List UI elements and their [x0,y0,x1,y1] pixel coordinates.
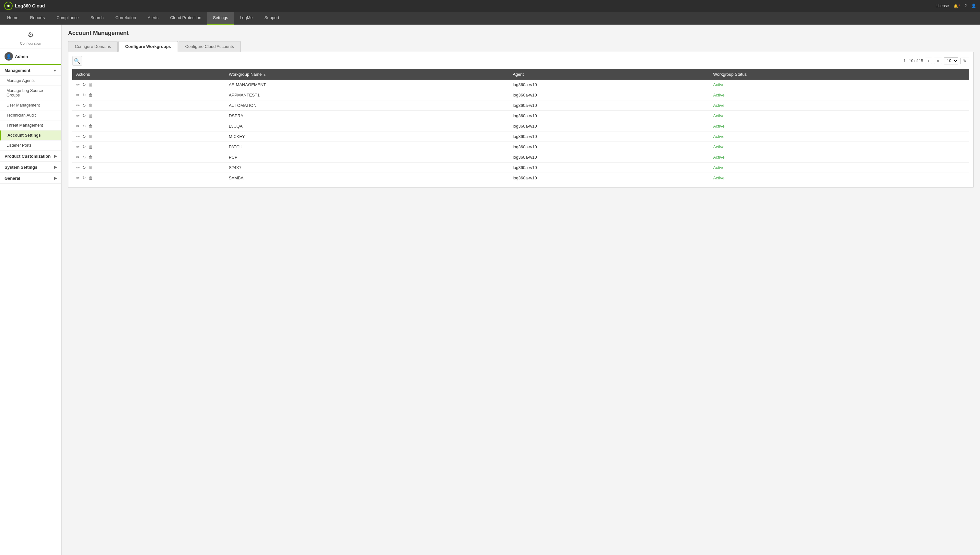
sidebar-section-header-management[interactable]: Management▼ [0,65,61,76]
logo-text: Log360 Cloud [15,3,45,8]
workgroup-name-cell-7: PCP [225,152,509,162]
license-link[interactable]: License [936,3,949,8]
refresh-icon-1[interactable]: ↻ [82,93,86,98]
agent-cell-3: log360a-w10 [509,111,709,121]
edit-icon-1[interactable]: ✏ [76,93,80,98]
actions-cell-1: ✏ ↻ 🗑 [72,90,225,100]
sidebar-item-manage-log-source-groups[interactable]: Manage Log Source Groups [0,86,61,100]
sidebar-section-header-general[interactable]: General▶ [0,173,61,184]
nav-item-compliance[interactable]: Compliance [51,12,85,25]
sidebar-item-manage-agents[interactable]: Manage Agents [0,76,61,86]
delete-icon-8[interactable]: 🗑 [89,165,93,170]
action-icons: ✏ ↻ 🗑 [76,165,221,170]
delete-icon-4[interactable]: 🗑 [89,124,93,128]
status-badge: Active [713,93,724,98]
delete-icon-5[interactable]: 🗑 [89,134,93,139]
sidebar-item-account-settings[interactable]: Account Settings [0,130,61,141]
sidebar-item-threat-management[interactable]: Threat Management [0,120,61,130]
tab-configure-domains[interactable]: Configure Domains [68,41,117,52]
refresh-icon-3[interactable]: ↻ [82,113,86,118]
workgroup-name-cell-6: PATCH [225,142,509,152]
edit-icon-0[interactable]: ✏ [76,82,80,87]
delete-icon-7[interactable]: 🗑 [89,155,93,160]
sidebar-section-label-product-customization: Product Customization [5,154,51,159]
col-workgroup-name[interactable]: Workgroup Name▲ [225,69,509,80]
refresh-icon-0[interactable]: ↻ [82,82,86,87]
sidebar-item-user-management[interactable]: User Management [0,100,61,111]
status-cell-2: Active [709,100,969,111]
refresh-icon-7[interactable]: ↻ [82,155,86,160]
nav-item-settings[interactable]: Settings [207,12,234,25]
edit-icon-3[interactable]: ✏ [76,113,80,118]
agent-cell-5: log360a-w10 [509,132,709,142]
col-actions: Actions [72,69,225,80]
nav-item-alerts[interactable]: Alerts [142,12,164,25]
notification-icon[interactable]: 🔔1 [953,3,960,8]
sidebar-item-technician-audit[interactable]: Technician Audit [0,111,61,120]
status-cell-1: Active [709,90,969,100]
topbar: Log360 Cloud License 🔔1 ? 👤 [0,0,980,12]
actions-cell-5: ✏ ↻ 🗑 [72,132,225,142]
sidebar-section-system-settings: System Settings▶ [0,162,61,173]
delete-icon-1[interactable]: 🗑 [89,93,93,98]
sidebar-section-label-general: General [5,176,20,181]
delete-icon-3[interactable]: 🗑 [89,113,93,118]
edit-icon-6[interactable]: ✏ [76,144,80,149]
sidebar-section-general: General▶ [0,173,61,184]
nav-item-correlation[interactable]: Correlation [109,12,142,25]
refresh-icon-6[interactable]: ↻ [82,144,86,149]
search-button[interactable]: 🔍 [72,56,82,66]
refresh-icon-8[interactable]: ↻ [82,165,86,170]
sidebar-section-header-system-settings[interactable]: System Settings▶ [0,162,61,173]
sidebar-section-label-management: Management [5,68,30,73]
user-icon[interactable]: 👤 [971,3,976,8]
workgroup-name-cell-9: SAMBA [225,173,509,183]
status-cell-3: Active [709,111,969,121]
refresh-icon-4[interactable]: ↻ [82,124,86,128]
nav-item-cloud-protection[interactable]: Cloud Protection [164,12,207,25]
status-badge: Active [713,144,724,149]
delete-icon-9[interactable]: 🗑 [89,175,93,180]
prev-page-button[interactable]: › [925,58,932,64]
refresh-icon-9[interactable]: ↻ [82,175,86,180]
table-row: ✏ ↻ 🗑 PCPlog360a-w10Active [72,152,969,162]
edit-icon-7[interactable]: ✏ [76,155,80,160]
delete-icon-6[interactable]: 🗑 [89,144,93,149]
status-badge: Active [713,134,724,139]
sort-icon-workgroup-name: ▲ [263,73,266,76]
action-icons: ✏ ↻ 🗑 [76,155,221,160]
agent-cell-6: log360a-w10 [509,142,709,152]
sidebar-item-listener-ports[interactable]: Listener Ports [0,141,61,151]
tab-configure-workgroups[interactable]: Configure Workgroups [118,41,178,52]
refresh-icon-5[interactable]: ↻ [82,134,86,139]
sidebar-top: ⚙ Configuration [0,25,61,49]
nav-item-reports[interactable]: Reports [24,12,51,25]
table-body: ✏ ↻ 🗑 AE-MANAGEMENTlog360a-w10Active ✏ ↻… [72,80,969,183]
edit-icon-5[interactable]: ✏ [76,134,80,139]
status-badge: Active [713,175,724,180]
nav-item-search[interactable]: Search [85,12,109,25]
sidebar-section-header-product-customization[interactable]: Product Customization▶ [0,151,61,162]
delete-icon-2[interactable]: 🗑 [89,103,93,108]
edit-icon-9[interactable]: ✏ [76,175,80,180]
table-container: 🔍 1 - 10 of 15 › » 10 25 50 ↻ ActionsWor… [68,52,974,188]
table-row: ✏ ↻ 🗑 AUTOMATIONlog360a-w10Active [72,100,969,111]
nav-item-logme[interactable]: LogMe [234,12,259,25]
nav-item-home[interactable]: Home [1,12,24,25]
help-icon[interactable]: ? [964,3,967,8]
page-size-select[interactable]: 10 25 50 [944,57,958,64]
refresh-button[interactable]: ↻ [960,58,969,64]
tab-configure-cloud-accounts[interactable]: Configure Cloud Accounts [179,41,241,52]
status-cell-4: Active [709,121,969,132]
agent-cell-1: log360a-w10 [509,90,709,100]
edit-icon-8[interactable]: ✏ [76,165,80,170]
table-header-row: ActionsWorkgroup Name▲AgentWorkgroup Sta… [72,69,969,80]
edit-icon-4[interactable]: ✏ [76,124,80,128]
last-page-button[interactable]: » [934,58,942,64]
nav-item-support[interactable]: Support [259,12,285,25]
agent-cell-2: log360a-w10 [509,100,709,111]
refresh-icon-2[interactable]: ↻ [82,103,86,108]
tabs: Configure DomainsConfigure WorkgroupsCon… [68,41,974,52]
delete-icon-0[interactable]: 🗑 [89,82,93,87]
edit-icon-2[interactable]: ✏ [76,103,80,108]
